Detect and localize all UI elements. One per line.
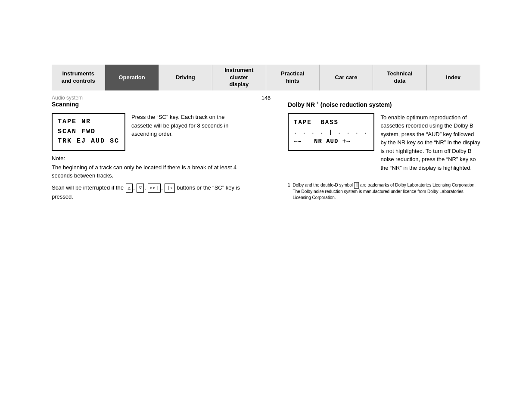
nav-item-practical-hints[interactable]: Practical hints <box>266 65 320 90</box>
nav-item-car-care[interactable]: Car care <box>320 65 373 90</box>
left-column: Scanning TAPE NRSCAN FWDTRK EJ AUD SC Pr… <box>52 101 244 202</box>
section-label: Audio system <box>52 95 83 101</box>
page-number: 146 <box>261 95 271 101</box>
scanning-heading: Scanning <box>52 101 244 108</box>
dolby-text-block: To enable optimum reproduction of casset… <box>380 113 480 176</box>
nav-item-operation[interactable]: Operation <box>105 65 159 90</box>
dolby-heading-text: Dolby NR 1 <box>288 101 319 108</box>
dolby-footnote-sup: 1 <box>317 101 319 105</box>
scanning-body-text: Press the “SC” key. Each track on the ca… <box>131 113 244 138</box>
footnote: 1 Dolby and the double-D symbol ‖ are tr… <box>288 182 480 201</box>
nav-label-car-care: Car care <box>335 74 358 81</box>
nav-label-driving: Driving <box>176 74 195 81</box>
page-content: Audio system 146 Scanning TAPE NRSCAN FW… <box>52 90 480 206</box>
nav-item-instrument-cluster[interactable]: Instrument cluster display <box>212 65 266 90</box>
nav-label-instrument-cluster: Instrument cluster display <box>220 67 258 89</box>
dolby-symbol: ‖ <box>354 182 359 189</box>
nav-label-operation: Operation <box>118 74 145 81</box>
footnote-text-before: Dolby and the double-D symbol <box>293 183 353 187</box>
note-label: Note: <box>52 155 244 162</box>
dolby-heading: Dolby NR 1 (noise reduction system) <box>288 101 480 108</box>
nav-item-instruments[interactable]: Instruments and controls <box>52 65 105 90</box>
btn-back-icon: |◃ <box>165 184 174 193</box>
nav-label-index: Index <box>446 74 460 81</box>
navigation-bar: Instruments and controls Operation Drivi… <box>52 65 480 90</box>
scan-interrupted-text: Scan will be interrupted if the △, ▽, ▹▹… <box>52 184 244 202</box>
nav-label-practical-hints: Practical hints <box>274 70 311 85</box>
dolby-content: TAPE BASS . . . . | . . . . ←– NR AUD +→… <box>288 113 480 176</box>
scan-text-before: Scan will be interrupted if the <box>52 184 124 191</box>
nav-item-index[interactable]: Index <box>427 65 480 90</box>
btn-down-icon: ▽ <box>137 184 144 193</box>
column-divider <box>266 101 266 202</box>
nav-item-technical-data[interactable]: Technical data <box>373 65 426 90</box>
nav-item-driving[interactable]: Driving <box>159 65 212 90</box>
footnote-number: 1 <box>288 182 290 188</box>
two-column-layout: Scanning TAPE NRSCAN FWDTRK EJ AUD SC Pr… <box>52 101 480 202</box>
nav-label-instruments: Instruments and controls <box>62 70 95 85</box>
dolby-heading-suffix: (noise reduction system) <box>320 101 392 108</box>
dolby-lcd-display: TAPE BASS . . . . | . . . . ←– NR AUD +→ <box>288 113 374 151</box>
nav-label-technical-data: Technical data <box>387 70 412 85</box>
dolby-body-text: To enable optimum reproduction of casset… <box>380 113 480 172</box>
page-header: Audio system 146 <box>52 95 480 101</box>
scanning-lcd-display: TAPE NRSCAN FWDTRK EJ AUD SC <box>52 113 125 151</box>
note-text: The beginning of a track can only be loc… <box>52 163 244 180</box>
btn-forward-icon: ▹▹| <box>148 184 161 193</box>
btn-up-icon: △ <box>126 184 133 193</box>
footnote-content: Dolby and the double-D symbol ‖ are trad… <box>293 182 480 201</box>
right-column: Dolby NR 1 (noise reduction system) TAPE… <box>288 101 480 202</box>
